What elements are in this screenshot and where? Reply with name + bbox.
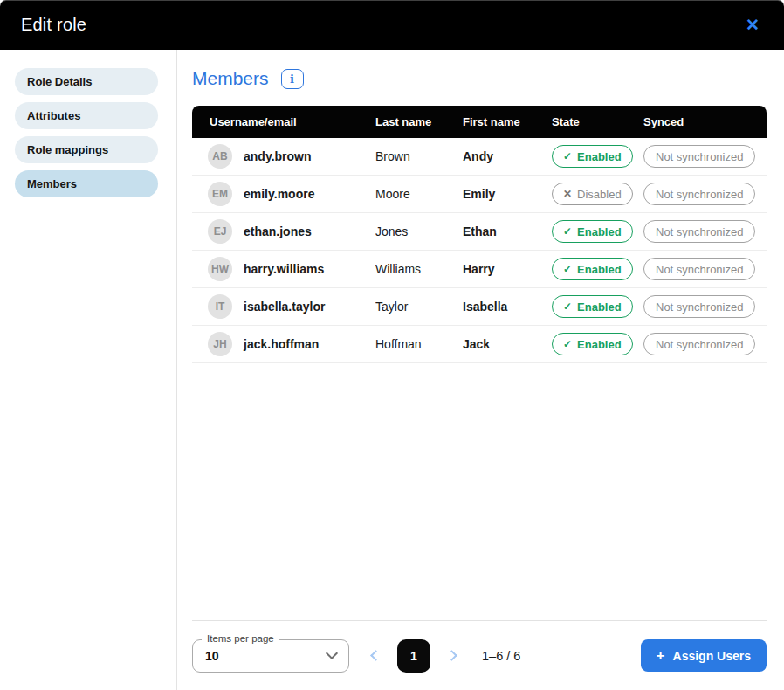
table-row[interactable]: JH jack.hoffman Hoffman Jack ✓Enabled No… [192,326,767,363]
avatar: EM [208,182,232,206]
check-icon: ✓ [563,338,572,350]
user-cell: IT isabella.taylor [192,294,375,319]
username: ethan.jones [244,224,312,238]
avatar: IT [208,294,232,319]
tab-label: Role mappings [27,143,108,156]
items-per-page-label: Items per page [202,633,279,644]
first-name: Emily [463,187,552,201]
user-cell: AB andy.brown [192,144,375,169]
table-footer: Items per page 10 1 1–6 / 6 + Assign Use… [192,620,767,690]
check-icon: ✓ [563,263,572,275]
first-name: Jack [463,337,552,351]
members-panel: Members i Username/email Last name First… [177,50,784,690]
panel-heading-row: Members i [192,68,767,89]
synced-badge: Not synchronized [643,333,755,355]
modal-body: Role Details Attributes Role mappings Me… [0,50,784,690]
table-row[interactable]: HW harry.williams Williams Harry ✓Enable… [192,251,767,288]
avatar: JH [208,332,232,356]
tab-members[interactable]: Members [15,170,158,197]
x-icon: ✕ [563,188,572,200]
username: andy.brown [244,149,312,163]
username: harry.williams [244,262,324,276]
state-label: Enabled [577,150,622,163]
first-name: Andy [463,149,552,163]
assign-users-label: Assign Users [673,649,751,663]
tab-label: Members [27,177,77,190]
chevron-right-icon [446,650,457,661]
page-title: Members [192,68,269,89]
pagination-range: 1–6 / 6 [482,649,520,663]
first-name: Ethan [463,224,552,238]
column-header-firstname: First name [463,115,552,128]
modal-title: Edit role [21,15,86,35]
column-header-lastname: Last name [375,115,463,128]
avatar: AB [208,144,232,169]
tab-attributes[interactable]: Attributes [15,102,158,129]
state-label: Enabled [577,225,622,238]
last-name: Jones [375,224,463,238]
state-badge: ✓Enabled [552,333,633,355]
username: jack.hoffman [244,337,319,351]
table-header: Username/email Last name First name Stat… [192,106,767,138]
tab-role-details[interactable]: Role Details [15,68,158,95]
pagination: 1 1–6 / 6 [363,639,520,673]
check-icon: ✓ [563,225,572,238]
table-row[interactable]: IT isabella.taylor Taylor Isabella ✓Enab… [192,288,767,326]
first-name: Isabella [463,300,552,314]
tab-role-mappings[interactable]: Role mappings [15,136,158,163]
modal-header: Edit role ✕ [0,0,784,50]
state-badge: ✓Enabled [552,220,633,243]
last-name: Taylor [375,300,463,314]
synced-badge: Not synchronized [643,183,755,205]
chevron-down-icon [326,647,338,659]
info-icon[interactable]: i [281,69,304,89]
sidebar: Role Details Attributes Role mappings Me… [0,50,177,690]
table-row[interactable]: EM emily.moore Moore Emily ✕Disabled Not… [192,176,767,213]
username: emily.moore [244,187,314,201]
previous-page-button[interactable] [363,646,389,665]
last-name: Moore [375,187,463,201]
tab-label: Attributes [27,109,80,122]
column-header-username: Username/email [192,115,375,128]
last-name: Hoffman [375,337,463,351]
items-per-page-select[interactable]: Items per page 10 [192,639,349,673]
edit-role-modal: Edit role ✕ Role Details Attributes Role… [0,0,784,690]
synced-badge: Not synchronized [643,295,755,318]
last-name: Brown [375,149,463,163]
state-label: Enabled [577,263,622,276]
plus-icon: + [657,648,665,663]
last-name: Williams [375,262,463,276]
first-name: Harry [463,262,552,276]
state-badge: ✓Enabled [552,258,633,280]
state-label: Enabled [577,300,622,314]
username: isabella.taylor [244,300,325,314]
chevron-left-icon [370,650,382,661]
check-icon: ✓ [563,300,572,313]
state-badge: ✕Disabled [552,183,633,205]
synced-badge: Not synchronized [643,220,755,243]
state-label: Disabled [577,188,622,201]
assign-users-button[interactable]: + Assign Users [641,639,767,672]
current-page-button[interactable]: 1 [397,639,430,673]
state-label: Enabled [577,338,622,351]
avatar: HW [208,257,232,281]
check-icon: ✓ [563,150,572,162]
items-per-page-value: 10 [205,649,219,663]
table-row[interactable]: AB andy.brown Brown Andy ✓Enabled Not sy… [192,138,767,176]
column-header-state: State [552,115,643,128]
column-header-synced: Synced [643,115,767,128]
user-cell: JH jack.hoffman [192,332,375,356]
tab-label: Role Details [27,75,92,88]
user-cell: EJ ethan.jones [192,219,375,244]
synced-badge: Not synchronized [643,145,755,168]
table-empty-space [192,363,767,620]
avatar: EJ [208,219,232,244]
state-badge: ✓Enabled [552,145,633,168]
synced-badge: Not synchronized [643,258,755,280]
state-badge: ✓Enabled [552,295,633,318]
user-cell: HW harry.williams [192,257,375,281]
close-icon[interactable]: ✕ [742,13,763,37]
table-row[interactable]: EJ ethan.jones Jones Ethan ✓Enabled Not … [192,213,767,251]
user-cell: EM emily.moore [192,182,375,206]
next-page-button[interactable] [439,646,464,665]
